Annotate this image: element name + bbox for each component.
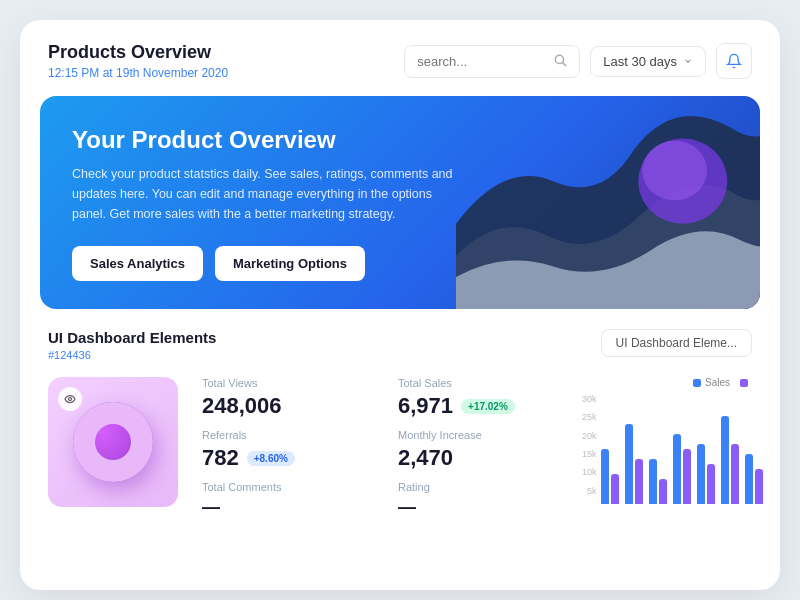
- product-row: Total Views 248,006 Total Sales 6,971 +1…: [48, 377, 752, 518]
- view-icon: [58, 387, 82, 411]
- search-box[interactable]: [404, 45, 580, 78]
- stat-rating: Rating —: [398, 481, 566, 518]
- bar-purple-3: [659, 479, 667, 504]
- svg-line-1: [563, 62, 566, 65]
- bar-purple-7: [755, 469, 763, 504]
- search-icon: [553, 53, 567, 70]
- stat-label-total-views: Total Views: [202, 377, 370, 389]
- stat-label-rating: Rating: [398, 481, 566, 493]
- hero-banner: Your Product Overview Check your product…: [40, 96, 760, 309]
- total-sales-badge: +17.02%: [461, 399, 515, 414]
- stat-label-total-comments: Total Comments: [202, 481, 370, 493]
- svg-point-3: [642, 141, 707, 201]
- stats-grid: Total Views 248,006 Total Sales 6,971 +1…: [202, 377, 566, 518]
- bar-group-6: [721, 416, 739, 504]
- bar-purple-2: [635, 459, 643, 504]
- referrals-badge: +8.60%: [247, 451, 295, 466]
- stat-value-total-sales: 6,971 +17.02%: [398, 393, 566, 419]
- bar-group-4: [673, 434, 691, 504]
- svg-point-4: [69, 398, 72, 401]
- marketing-options-button[interactable]: Marketing Options: [215, 246, 365, 281]
- stat-label-total-sales: Total Sales: [398, 377, 566, 389]
- y-label-20k: 20k: [582, 431, 597, 441]
- bar-blue-7: [745, 454, 753, 504]
- chart-area: Sales 30k 25k 20k 15k 10k 5k: [582, 377, 752, 504]
- y-label-10k: 10k: [582, 467, 597, 477]
- notification-button[interactable]: [716, 43, 752, 79]
- bar-blue-1: [601, 449, 609, 504]
- sales-analytics-button[interactable]: Sales Analytics: [72, 246, 203, 281]
- date-filter-label: Last 30 days: [603, 54, 677, 69]
- y-label-15k: 15k: [582, 449, 597, 459]
- chart-legend: Sales: [582, 377, 752, 388]
- notification-icon: [726, 53, 742, 69]
- section-id: #124436: [48, 349, 216, 361]
- bar-purple-4: [683, 449, 691, 504]
- bar-group-3: [649, 459, 667, 504]
- bar-group-1: [601, 449, 619, 504]
- stat-label-referrals: Referrals: [202, 429, 370, 441]
- bar-purple-6: [731, 444, 739, 504]
- y-label-5k: 5k: [582, 486, 597, 496]
- legend-sales: Sales: [693, 377, 730, 388]
- legend-dot-sales: [693, 379, 701, 387]
- stat-value-referrals: 782 +8.60%: [202, 445, 370, 471]
- product-image-box: [48, 377, 178, 507]
- date-filter[interactable]: Last 30 days: [590, 46, 706, 77]
- chevron-down-icon: [683, 56, 693, 66]
- bar-group-5: [697, 444, 715, 504]
- legend-dot-other: [740, 379, 748, 387]
- stat-total-views: Total Views 248,006: [202, 377, 370, 419]
- stat-value-rating: —: [398, 497, 566, 518]
- hero-waves-decoration: [456, 96, 760, 309]
- bar-purple-1: [611, 474, 619, 504]
- page-subtitle: 12:15 PM at 19th November 2020: [48, 66, 228, 80]
- y-label-25k: 25k: [582, 412, 597, 422]
- section-tag: UI Dashboard Eleme...: [601, 329, 752, 357]
- chart-with-labels: 30k 25k 20k 15k 10k 5k: [582, 394, 752, 504]
- bar-purple-5: [707, 464, 715, 504]
- stat-value-total-comments: —: [202, 497, 370, 518]
- section-title-group: UI Dashboard Elements #124436: [48, 329, 216, 361]
- hero-buttons: Sales Analytics Marketing Options: [72, 246, 466, 281]
- main-card: Products Overview 12:15 PM at 19th Novem…: [20, 20, 780, 590]
- stat-referrals: Referrals 782 +8.60%: [202, 429, 370, 471]
- stat-value-total-views: 248,006: [202, 393, 370, 419]
- hero-description: Check your product statstics daily. See …: [72, 164, 466, 224]
- stat-value-monthly-increase: 2,470: [398, 445, 566, 471]
- chart-bars: [601, 394, 763, 504]
- chart-y-labels: 30k 25k 20k 15k 10k 5k: [582, 394, 597, 504]
- stat-total-sales: Total Sales 6,971 +17.02%: [398, 377, 566, 419]
- product-donut-3d: [73, 402, 153, 482]
- bar-blue-6: [721, 416, 729, 504]
- section-title: UI Dashboard Elements: [48, 329, 216, 346]
- section-header: UI Dashboard Elements #124436 UI Dashboa…: [48, 329, 752, 361]
- header-left: Products Overview 12:15 PM at 19th Novem…: [48, 42, 228, 80]
- legend-other: [740, 377, 752, 388]
- search-input[interactable]: [417, 54, 547, 69]
- page-title: Products Overview: [48, 42, 228, 63]
- stat-label-monthly-increase: Monthly Increase: [398, 429, 566, 441]
- hero-title: Your Product Overview: [72, 126, 466, 154]
- stat-monthly-increase: Monthly Increase 2,470: [398, 429, 566, 471]
- product-section: UI Dashboard Elements #124436 UI Dashboa…: [20, 309, 780, 518]
- bar-group-7: [745, 454, 763, 504]
- stat-total-comments: Total Comments —: [202, 481, 370, 518]
- header: Products Overview 12:15 PM at 19th Novem…: [20, 20, 780, 96]
- bar-blue-2: [625, 424, 633, 504]
- legend-label-sales: Sales: [705, 377, 730, 388]
- bar-blue-5: [697, 444, 705, 504]
- header-right: Last 30 days: [404, 43, 752, 79]
- hero-content: Your Product Overview Check your product…: [72, 126, 466, 281]
- bar-blue-3: [649, 459, 657, 504]
- bar-group-2: [625, 424, 643, 504]
- bar-blue-4: [673, 434, 681, 504]
- y-label-30k: 30k: [582, 394, 597, 404]
